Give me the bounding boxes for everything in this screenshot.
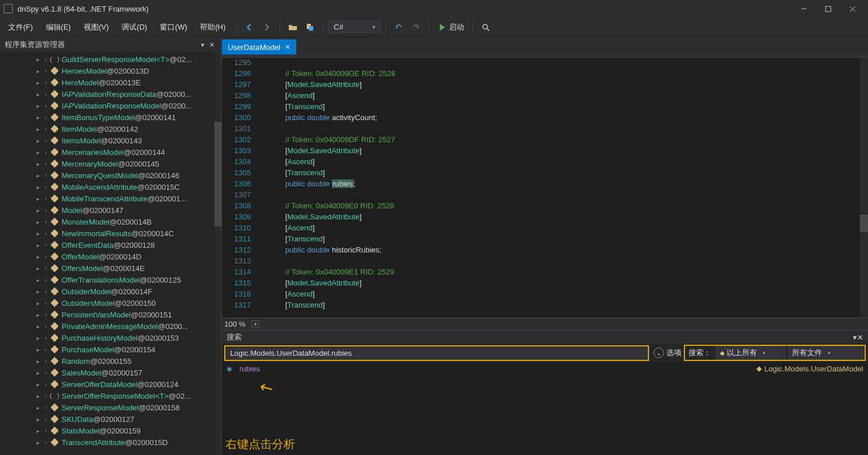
tree-node[interactable]: ▸›ItemsModel @02000143	[0, 135, 221, 146]
nav-back-button[interactable]	[241, 20, 257, 34]
redo-icon[interactable]	[408, 20, 424, 34]
expand-icon[interactable]: ▸	[34, 416, 42, 423]
expand-icon[interactable]: ▸	[34, 114, 42, 121]
tree-node[interactable]: ▸›OffersModel @0200014E	[0, 262, 221, 274]
tree-node[interactable]: ▸›TranscendAttribute @0200015D	[0, 436, 221, 448]
tree-node[interactable]: ▸›Model @02000147	[0, 204, 221, 216]
tree-node[interactable]: ▸›{ }GuildServerResponseModel<T> @02...	[0, 53, 221, 65]
search-options-button[interactable]: ⌄ 选项	[651, 346, 684, 359]
expand-icon[interactable]: ▸	[34, 149, 42, 156]
code-line[interactable]: 1312 public double historicRubies;	[222, 245, 868, 257]
tree-node[interactable]: ▸›{ }ServerOfferResponseModel<T> @02...	[0, 390, 221, 402]
tree-node[interactable]: ▸›HeroesModel @0200013D	[0, 65, 221, 77]
tree-node[interactable]: ▸›SKUData @02000127	[0, 413, 221, 425]
tree-node[interactable]: ▸›HeroModel @0200013E	[0, 77, 221, 88]
tree-node[interactable]: ▸›ItemModel @02000142	[0, 123, 221, 135]
expand-icon[interactable]: ▸	[34, 196, 42, 202]
menu-edit[interactable]: 编辑(E)	[40, 20, 77, 35]
code-line[interactable]: 1314 // Token: 0x040009E1 RID: 2529	[222, 268, 868, 279]
code-editor[interactable]: 12951296 // Token: 0x040009DE RID: 25261…	[222, 58, 868, 317]
menu-file[interactable]: 文件(F)	[2, 20, 39, 35]
code-line[interactable]: 1303 [Model.SavedAttribute]	[222, 146, 868, 157]
expand-icon[interactable]: ▸	[34, 346, 42, 353]
tree-node[interactable]: ▸›OfferEventData @02000128	[0, 239, 221, 251]
tree-node[interactable]: ▸›PrivateAdminMessageModel @0200...	[0, 320, 221, 332]
code-line[interactable]: 1305 [Transcend]	[222, 168, 868, 179]
tree-node[interactable]: ▸›MercenaryQuestModel @02000146	[0, 169, 221, 181]
expand-icon[interactable]: ▸	[34, 207, 42, 214]
expand-icon[interactable]: ▸	[34, 242, 42, 248]
tree-node[interactable]: ▸›PurchaseHistoryModel @02000153	[0, 332, 221, 344]
code-line[interactable]: 1304 [Ascend]	[222, 157, 868, 168]
code-line[interactable]: 1296 // Token: 0x040009DE RID: 2526	[222, 69, 868, 80]
tree-node[interactable]: ▸›MonsterModel @0200014B	[0, 216, 221, 228]
code-line[interactable]: 1298 [Ascend]	[222, 91, 868, 102]
tree-node[interactable]: ▸›MobileAscendAttribute @0200015C	[0, 181, 221, 193]
tree-node[interactable]: ▸›ServerOfferDataModel @02000124	[0, 378, 221, 390]
nav-forward-button[interactable]	[259, 20, 275, 34]
maximize-button[interactable]	[816, 0, 840, 17]
code-line[interactable]: 1299 [Transcend]	[222, 102, 868, 113]
expand-icon[interactable]: ▸	[34, 405, 42, 411]
scrollbar-thumb[interactable]	[214, 122, 221, 226]
tree-node[interactable]: ▸›MobileTranscendAttribute @020001...	[0, 193, 221, 204]
code-line[interactable]: 1297 [Model.SavedAttribute]	[222, 80, 868, 91]
expand-icon[interactable]: ▸	[34, 370, 42, 376]
undo-icon[interactable]	[390, 20, 407, 34]
expand-icon[interactable]: ▸	[34, 103, 42, 109]
search-results[interactable]: ◉ rubies ◆ Logic.Models.UserDataModel ↖ …	[222, 362, 868, 455]
expand-icon[interactable]: ▸	[34, 230, 42, 237]
expand-icon[interactable]: ▸	[34, 254, 42, 260]
tree-node[interactable]: ▸›PersistentVarsModel @02000151	[0, 309, 221, 320]
expand-icon[interactable]: ▸	[34, 288, 42, 295]
code-line[interactable]: 1302 // Token: 0x040009DF RID: 2527	[222, 135, 868, 146]
expand-icon[interactable]: ▸	[34, 381, 42, 388]
expand-icon[interactable]: ▸	[34, 219, 42, 225]
code-line[interactable]: 1307	[222, 190, 868, 201]
language-selector[interactable]: C# ▾	[328, 21, 381, 33]
code-line[interactable]: 1313	[222, 257, 868, 268]
search-scope-selector[interactable]: ◆ 以上所有 ▾	[716, 346, 785, 360]
code-line[interactable]: 1310 [Ascend]	[222, 223, 868, 234]
scrollbar[interactable]	[214, 52, 221, 455]
editor-scrollbar-thumb[interactable]	[860, 215, 868, 232]
expand-icon[interactable]: ▸	[34, 323, 42, 330]
menu-debug[interactable]: 调试(D)	[116, 20, 153, 35]
code-line[interactable]: 1316 [Ascend]	[222, 290, 868, 301]
open-list-icon[interactable]	[302, 20, 318, 34]
code-line[interactable]: 1295	[222, 58, 868, 69]
expand-icon[interactable]: ▸	[34, 56, 42, 63]
expand-icon[interactable]: ▸	[34, 428, 42, 434]
search-result-row[interactable]: ◉ rubies ◆ Logic.Models.UserDataModel	[222, 362, 868, 375]
expand-icon[interactable]: ▸	[34, 172, 42, 179]
expand-icon[interactable]: ▸	[34, 161, 42, 167]
expand-icon[interactable]: ▸	[34, 358, 42, 364]
menu-view[interactable]: 视图(V)	[78, 20, 114, 35]
tab-userdatamodel[interactable]: UserDataModel ✕	[222, 39, 296, 55]
expand-icon[interactable]: ▸	[34, 126, 42, 132]
zoom-dropdown-icon[interactable]: ▾	[252, 320, 259, 328]
panel-close-icon[interactable]: ✕	[857, 333, 863, 342]
tree-node[interactable]: ▸›MercenariesModel @02000144	[0, 146, 221, 158]
tree-node[interactable]: ▸›PurchaseModel @02000154	[0, 344, 221, 355]
search-icon[interactable]	[478, 20, 494, 34]
tree-node[interactable]: ▸›Random @02000155	[0, 355, 221, 367]
expand-icon[interactable]: ▸	[34, 91, 42, 98]
panel-pin-icon[interactable]: ▾	[853, 333, 857, 342]
tree-node[interactable]: ▸›OutsidersModel @02000150	[0, 297, 221, 309]
tree-node[interactable]: ▸›IAPValidationResponseData @02000...	[0, 88, 221, 100]
code-line[interactable]: 1301	[222, 124, 868, 135]
expand-icon[interactable]: ▸	[34, 138, 42, 144]
code-line[interactable]: 1311 [Transcend]	[222, 234, 868, 245]
tree-node[interactable]: ▸›OfferModel @0200014D	[0, 251, 221, 262]
code-line[interactable]: 1317 [Transcend]	[222, 301, 868, 312]
code-line[interactable]: 1300 public double activityCount;	[222, 113, 868, 124]
search-input[interactable]	[224, 345, 649, 361]
expand-icon[interactable]: ▸	[34, 277, 42, 283]
panel-close-icon[interactable]: ✕	[207, 40, 217, 50]
tree-node[interactable]: ▸›SalesModel @02000157	[0, 367, 221, 378]
panel-pin-icon[interactable]: ▾	[199, 40, 207, 50]
expand-icon[interactable]: ▸	[34, 80, 42, 86]
code-line[interactable]: 1315 [Model.SavedAttribute]	[222, 279, 868, 290]
code-line[interactable]: 1306 public double rubies;	[222, 179, 868, 190]
